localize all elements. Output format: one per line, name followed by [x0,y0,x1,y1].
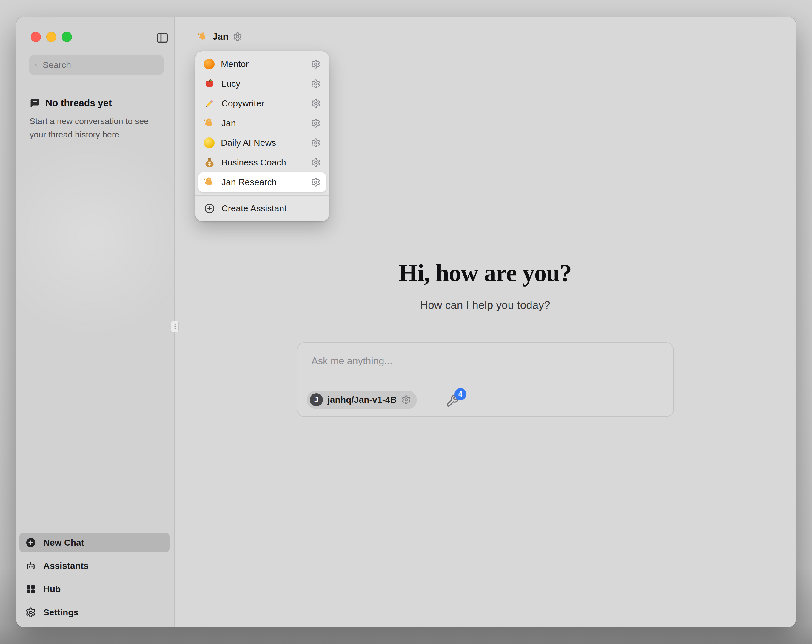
traffic-lights [31,32,72,42]
tools-count-badge: 4 [455,388,466,400]
assistant-gear-icon[interactable] [311,99,321,108]
gear-icon [25,607,36,618]
sidebar-item-label: Assistants [43,561,89,571]
assistant-menu-item-label: Business Coach [221,157,305,167]
assistant-menu-item-mentor[interactable]: Mentor [198,54,326,74]
search-field[interactable] [29,55,164,75]
grip-dots-icon [172,322,178,331]
assistant-gear-icon[interactable] [311,59,321,69]
greeting-subtitle: How can I help you today? [175,299,795,312]
sidebar-item-assistants[interactable]: Assistants [20,556,169,576]
orange-circle-emoji-icon [204,59,215,70]
empty-state-description: Start a new conversation to see your thr… [29,114,161,141]
create-assistant-button[interactable]: Create Assistant [198,199,326,218]
apple-emoji-icon [204,78,215,90]
assistant-menu-item-label: Copywriter [221,98,305,108]
sidebar-item-label: Settings [43,607,78,618]
greeting-block: Hi, how are you? How can I help you toda… [175,259,795,312]
waving-hand-emoji-icon [204,117,215,129]
sidebar: No threads yet Start a new conversation … [17,17,175,627]
sidebar-item-settings[interactable]: Settings [20,603,169,622]
model-selector[interactable]: J janhq/Jan-v1-4B [307,391,417,409]
greeting-title: Hi, how are you? [175,259,795,287]
chat-input[interactable] [297,343,673,388]
sidebar-item-label: Hub [43,584,61,594]
app-window: No threads yet Start a new conversation … [17,17,795,627]
pencil-emoji-icon [204,98,215,109]
sidebar-bottom-nav: New Chat Assistants Hub Settings [20,533,169,622]
assistant-gear-icon[interactable] [311,79,321,88]
assistant-settings-gear-icon[interactable] [233,32,242,41]
model-settings-gear-icon[interactable] [401,395,411,405]
assistant-dropdown-menu: Mentor Lucy Copywriter Jan Daily AI [195,51,329,221]
sidebar-toggle-button[interactable] [156,31,169,44]
close-window-button[interactable] [31,32,41,42]
assistant-gear-icon[interactable] [311,138,321,148]
current-assistant-name: Jan [212,31,228,42]
plus-circle-icon [204,203,215,214]
tools-button[interactable]: 4 [446,394,460,408]
search-icon [35,60,38,70]
sidebar-item-label: New Chat [43,537,84,548]
assistant-gear-icon[interactable] [311,118,321,128]
create-assistant-label: Create Assistant [221,203,321,213]
assistant-menu-item-jan[interactable]: Jan [198,113,326,133]
chat-composer[interactable]: J janhq/Jan-v1-4B 4 [297,342,674,417]
assistant-menu-item-label: Jan [221,118,305,128]
model-avatar: J [310,393,323,406]
sidebar-item-hub[interactable]: Hub [20,579,169,599]
money-bag-emoji-icon [204,157,215,168]
grid-icon [25,584,36,595]
search-input[interactable] [43,60,158,70]
assistant-gear-icon[interactable] [311,158,321,167]
yellow-circle-emoji-icon [204,137,215,148]
assistant-menu-item-daily-ai-news[interactable]: Daily AI News [198,133,326,153]
assistant-menu-item-business-coach[interactable]: Business Coach [198,153,326,172]
zoom-window-button[interactable] [62,32,72,42]
main-panel: Jan Mentor Lucy Copywriter Ja [175,17,795,627]
sidebar-item-new-chat[interactable]: New Chat [20,533,169,553]
minimize-window-button[interactable] [46,32,56,42]
assistant-menu-item-copywriter[interactable]: Copywriter [198,94,326,113]
bot-icon [25,560,36,571]
assistant-switcher-button[interactable]: Jan [196,28,244,45]
assistant-menu-item-label: Daily AI News [221,138,305,148]
waving-hand-emoji-icon [204,177,215,188]
assistant-menu-item-jan-research[interactable]: Jan Research [198,172,326,192]
sidebar-resize-handle[interactable] [171,321,179,332]
plus-circle-icon [25,537,36,548]
assistant-gear-icon[interactable] [311,177,321,187]
threads-empty-state: No threads yet Start a new conversation … [29,97,161,141]
model-name: janhq/Jan-v1-4B [328,395,397,405]
assistant-menu-item-label: Lucy [221,79,305,89]
assistant-menu-item-lucy[interactable]: Lucy [198,74,326,94]
chat-bubble-icon [29,98,40,108]
panel-left-icon [156,31,169,44]
waving-hand-icon [198,32,208,42]
assistant-menu-item-label: Jan Research [221,177,305,187]
empty-state-title: No threads yet [45,97,111,108]
menu-separator [195,195,329,196]
assistant-menu-item-label: Mentor [221,59,305,69]
